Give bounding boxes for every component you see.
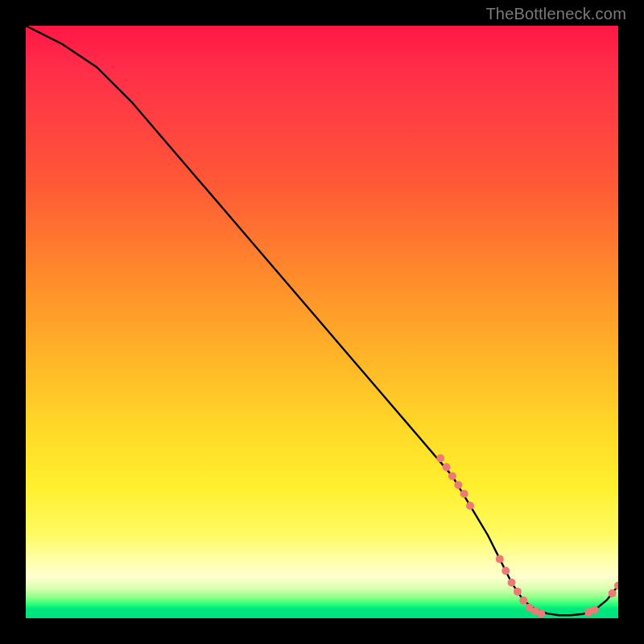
highlight-marker <box>436 454 444 462</box>
highlight-marker <box>519 597 527 605</box>
highlight-marker <box>502 567 510 575</box>
highlight-marker <box>537 609 545 617</box>
highlight-marker <box>466 502 474 510</box>
highlight-markers <box>436 454 618 617</box>
highlight-marker <box>443 463 451 471</box>
plot-area <box>26 26 618 618</box>
highlight-marker <box>454 481 462 489</box>
watermark-text: TheBottleneck.com <box>485 5 626 23</box>
chart-svg <box>26 26 618 618</box>
chart-stage: TheBottleneck.com <box>0 0 644 644</box>
highlight-marker <box>460 489 469 497</box>
highlight-marker <box>508 579 516 587</box>
highlight-marker <box>496 555 504 563</box>
highlight-marker <box>591 606 599 614</box>
highlight-marker <box>609 589 617 597</box>
highlight-marker <box>448 472 456 480</box>
bottleneck-curve-line <box>26 26 618 615</box>
highlight-marker <box>514 588 522 596</box>
